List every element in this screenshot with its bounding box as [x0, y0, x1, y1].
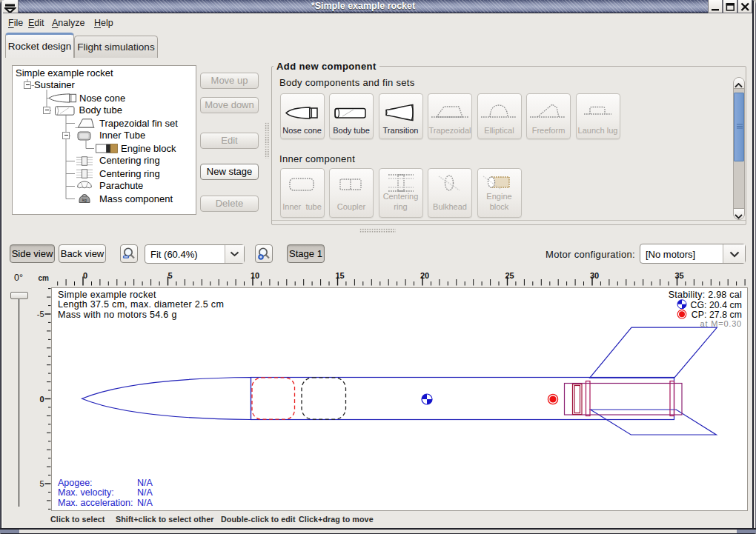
svg-text:15: 15 — [335, 271, 344, 280]
svg-text:25: 25 — [505, 271, 514, 280]
svg-text:0: 0 — [39, 395, 44, 404]
svg-text:5: 5 — [39, 479, 44, 488]
svg-text:35: 35 — [674, 271, 683, 280]
svg-text:10: 10 — [251, 271, 259, 280]
svg-text:-5: -5 — [37, 310, 44, 318]
svg-text:30: 30 — [590, 271, 599, 280]
svg-text:kg: kg — [82, 198, 87, 202]
svg-text:0: 0 — [83, 271, 87, 280]
svg-text:20: 20 — [420, 271, 429, 280]
svg-text:5: 5 — [168, 271, 172, 280]
